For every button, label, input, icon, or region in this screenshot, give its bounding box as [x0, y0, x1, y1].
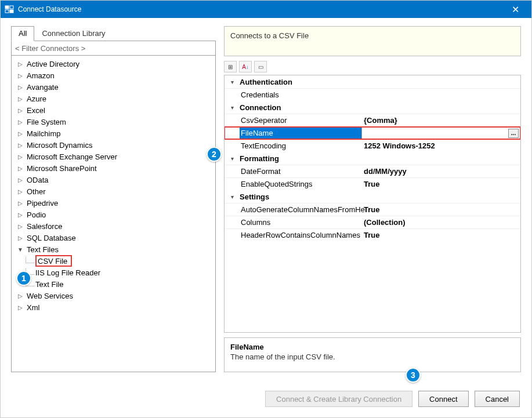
chevron-right-icon[interactable]: ▷: [16, 176, 24, 184]
property-value[interactable]: dd/MM/yyyy: [361, 165, 520, 177]
tree-item[interactable]: ▷Azure: [13, 93, 214, 104]
tab-connection-library[interactable]: Connection Library: [34, 26, 113, 41]
tree-item[interactable]: ▷Microsoft Exchange Server: [13, 151, 214, 162]
chevron-right-icon[interactable]: ▷: [16, 152, 24, 161]
chevron-right-icon[interactable]: ▷: [16, 292, 24, 300]
property-row[interactable]: HeaderRowContainsColumnNamesTrue: [225, 228, 520, 241]
tree-item-label: Web Services: [26, 292, 73, 300]
property-row[interactable]: EnableQuotedStringsTrue: [225, 177, 520, 190]
chevron-down-icon[interactable]: ▾: [225, 155, 240, 162]
tree-item[interactable]: ▷SQL Database: [13, 232, 214, 243]
property-row[interactable]: AutoGenerateColumnNamesFromHeTrue: [225, 203, 520, 216]
chevron-down-icon[interactable]: ▾: [225, 79, 240, 85]
tree-item[interactable]: ▷Salesforce: [13, 220, 214, 232]
tree-item-label: Salesforce: [26, 222, 62, 231]
tree-item-label: Xml: [26, 303, 39, 312]
svg-rect-0: [5, 6, 9, 9]
callout-1: 1: [16, 271, 31, 286]
tree-item[interactable]: ▷Microsoft Dynamics: [13, 139, 214, 151]
property-pages-button[interactable]: ▭: [254, 61, 267, 72]
property-name: TextEncoding: [240, 140, 361, 152]
chevron-right-icon[interactable]: ▷: [16, 60, 24, 68]
property-category[interactable]: ▾Connection: [225, 101, 520, 114]
property-grid[interactable]: ▾AuthenticationCredentials▾ConnectionCsv…: [224, 75, 521, 333]
connect-button[interactable]: Connect: [418, 391, 468, 407]
cancel-button[interactable]: Cancel: [475, 391, 520, 407]
browse-button[interactable]: ...: [508, 129, 519, 138]
property-row[interactable]: Columns(Collection): [225, 216, 520, 228]
window-title: Connect Datasource: [18, 5, 502, 13]
chevron-right-icon[interactable]: ▷: [16, 199, 24, 207]
tree-item[interactable]: ▷Active Directory: [13, 58, 214, 70]
chevron-right-icon[interactable]: ▷: [16, 71, 24, 79]
filter-connectors-input[interactable]: < Filter Connectors >: [11, 41, 216, 56]
property-value[interactable]: ...: [361, 127, 520, 139]
tree-item[interactable]: ▷Other: [13, 186, 214, 197]
chevron-right-icon[interactable]: ▷: [16, 83, 24, 91]
property-row[interactable]: Credentials: [225, 88, 520, 101]
tree-item-label: Amazon: [26, 71, 55, 80]
property-value[interactable]: (Collection): [361, 216, 520, 228]
property-value[interactable]: True: [361, 203, 520, 216]
tree-item[interactable]: ▷Podio: [13, 209, 214, 220]
connector-tree[interactable]: ▷Active Directory▷Amazon▷Avangate▷Azure▷…: [11, 56, 216, 372]
property-name: HeaderRowContainsColumnNames: [240, 229, 361, 241]
connector-description: Connects to a CSV File: [224, 26, 521, 56]
tree-item[interactable]: ▼Text Files: [13, 243, 214, 255]
chevron-right-icon[interactable]: ▷: [16, 141, 24, 149]
tree-item[interactable]: Text File: [19, 278, 214, 290]
tree-item[interactable]: ▷Web Services: [13, 290, 214, 301]
tree-item[interactable]: ▷Microsoft SharePoint: [13, 162, 214, 174]
tree-item[interactable]: ▷File System: [13, 116, 214, 128]
chevron-right-icon[interactable]: ▷: [16, 234, 24, 242]
property-row[interactable]: CsvSeperator{Comma}: [225, 114, 520, 126]
tree-item[interactable]: ▷Excel: [13, 104, 214, 116]
chevron-right-icon[interactable]: ▷: [16, 106, 24, 114]
property-category[interactable]: ▾Formatting: [225, 152, 520, 165]
chevron-right-icon[interactable]: ▷: [16, 210, 24, 219]
property-row[interactable]: TextEncoding1252 Windows-1252: [225, 139, 520, 152]
property-value[interactable]: True: [361, 178, 520, 190]
tree-item[interactable]: CSV File: [19, 255, 214, 267]
property-name: EnableQuotedStrings: [240, 178, 361, 190]
property-value[interactable]: [361, 89, 520, 101]
property-row[interactable]: FileName...: [225, 126, 520, 139]
chevron-down-icon[interactable]: ▾: [225, 104, 240, 111]
dialog-buttons: Connect & Create Library Connection Conn…: [1, 383, 531, 417]
close-icon[interactable]: ✕: [502, 1, 528, 18]
property-value[interactable]: {Comma}: [361, 114, 520, 126]
property-category[interactable]: ▾Settings: [225, 190, 520, 203]
category-label: Authentication: [240, 78, 292, 86]
help-name: FileName: [230, 343, 515, 351]
categorize-button[interactable]: ⊞: [224, 61, 237, 72]
tree-item[interactable]: ▷Amazon: [13, 70, 214, 81]
chevron-right-icon[interactable]: ▷: [16, 303, 24, 311]
property-category[interactable]: ▾Authentication: [225, 75, 520, 88]
tree-item-label: File System: [26, 118, 66, 126]
sort-az-button[interactable]: A↓: [239, 61, 252, 72]
chevron-right-icon[interactable]: ▷: [16, 118, 24, 126]
property-name: DateFormat: [240, 165, 361, 177]
tree-item-label: IIS Log File Reader: [35, 268, 100, 277]
property-value[interactable]: 1252 Windows-1252: [361, 140, 520, 152]
callout-2: 2: [207, 147, 222, 162]
connect-create-library-button[interactable]: Connect & Create Library Connection: [265, 391, 412, 407]
tree-item[interactable]: ▷OData: [13, 174, 214, 186]
tab-all[interactable]: All: [11, 26, 34, 41]
tree-item[interactable]: IIS Log File Reader: [19, 267, 214, 278]
property-row[interactable]: DateFormatdd/MM/yyyy: [225, 165, 520, 177]
svg-rect-1: [10, 6, 13, 9]
property-value[interactable]: True: [361, 229, 520, 241]
tree-item[interactable]: ▷Mailchimp: [13, 128, 214, 139]
chevron-right-icon[interactable]: ▷: [16, 222, 24, 230]
tree-item[interactable]: ▷Avangate: [13, 81, 214, 93]
tree-item[interactable]: ▷Xml: [13, 301, 214, 313]
chevron-down-icon[interactable]: ▼: [16, 245, 24, 253]
property-name: FileName: [240, 127, 361, 139]
chevron-right-icon[interactable]: ▷: [16, 129, 24, 137]
chevron-right-icon[interactable]: ▷: [16, 164, 24, 172]
chevron-right-icon[interactable]: ▷: [16, 94, 24, 103]
chevron-right-icon[interactable]: ▷: [16, 187, 24, 195]
tree-item[interactable]: ▷Pipedrive: [13, 197, 214, 209]
chevron-down-icon[interactable]: ▾: [225, 194, 240, 200]
